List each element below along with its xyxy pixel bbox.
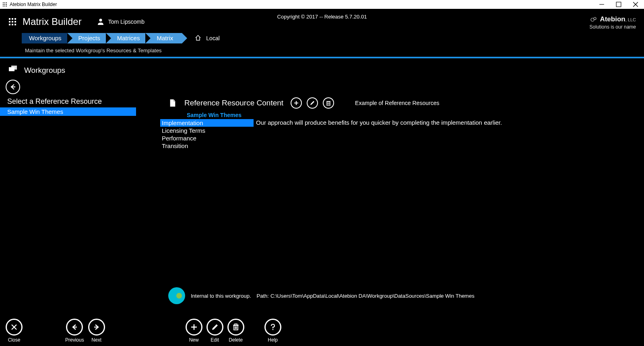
- svg-rect-13: [9, 18, 10, 20]
- back-button[interactable]: [6, 80, 20, 94]
- copyright-text: Copyright © 2017 -- Release 5.7.20.01: [277, 14, 367, 20]
- example-label: Example of Reference Resources: [355, 100, 439, 106]
- svg-rect-26: [11, 66, 17, 70]
- svg-rect-3: [3, 4, 4, 5]
- crumb-projects[interactable]: Projects: [67, 33, 109, 43]
- svg-rect-19: [9, 24, 10, 25]
- brand-logo: Atebion, LLC Solutions is our name: [590, 14, 636, 29]
- content-item[interactable]: Performance: [160, 134, 254, 142]
- window-maximize-button[interactable]: [616, 2, 621, 7]
- new-label: New: [189, 337, 199, 343]
- logo-name: Atebion: [600, 15, 625, 23]
- content-item-list: Implementation Licensing Terms Performan…: [160, 119, 254, 150]
- window-minimize-button[interactable]: [599, 2, 605, 7]
- crumb-matrices[interactable]: Matrices: [106, 33, 149, 43]
- delete-button[interactable]: Delete: [227, 319, 244, 343]
- content-subname: Sample Win Themes: [160, 111, 644, 119]
- crumb-matrix[interactable]: Matrix: [145, 33, 182, 43]
- svg-rect-18: [14, 21, 16, 23]
- previous-button[interactable]: Previous: [65, 319, 84, 343]
- content-detail-text: Our approach will produce benefits for y…: [256, 119, 644, 126]
- resource-list-panel: Select a Reference Resource Sample Win T…: [0, 97, 160, 150]
- previous-label: Previous: [65, 337, 84, 343]
- crumb-workgroups[interactable]: Workgroups: [22, 33, 70, 43]
- breadcrumb: Workgroups Projects Matrices Matrix Loca…: [0, 32, 644, 44]
- window-close-button[interactable]: [633, 2, 638, 7]
- edit-content-button[interactable]: [307, 97, 318, 109]
- section-title: Workgroups: [24, 66, 65, 75]
- user-icon: [97, 18, 104, 26]
- content-title: Reference Resource Content: [184, 99, 283, 107]
- crumb-label: Matrix: [157, 35, 173, 41]
- svg-rect-14: [12, 18, 13, 20]
- window-titlebar: Atebion Matrix Builder: [0, 0, 644, 9]
- close-button[interactable]: Close: [6, 319, 23, 343]
- svg-point-22: [99, 19, 102, 21]
- app-icon: [2, 2, 7, 7]
- crumb-label: Workgroups: [29, 35, 62, 41]
- delete-content-button[interactable]: [323, 97, 334, 109]
- resource-list-item[interactable]: Sample Win Themes: [0, 107, 136, 116]
- next-label: Next: [91, 337, 101, 343]
- content-item-label: Transition: [162, 142, 188, 149]
- user-block: Tom Lipscomb: [97, 18, 144, 26]
- content-item-label: Implementation: [162, 119, 203, 126]
- resource-list-title: Select a Reference Resource: [7, 97, 160, 106]
- svg-rect-15: [14, 18, 16, 20]
- gear-icon: [590, 16, 597, 24]
- close-icon: [6, 319, 23, 336]
- svg-rect-6: [3, 6, 4, 6]
- status-path-label: Path:: [257, 293, 269, 299]
- svg-rect-17: [12, 21, 13, 23]
- svg-rect-16: [9, 21, 10, 23]
- subhead-text: Maintain the selected Workgroup's Resour…: [0, 44, 644, 57]
- menu-grid-icon[interactable]: [8, 17, 17, 26]
- user-name: Tom Lipscomb: [108, 19, 144, 25]
- svg-rect-2: [6, 2, 7, 3]
- svg-rect-8: [6, 6, 7, 6]
- crumb-label: Matrices: [117, 35, 140, 41]
- content-detail-panel: Our approach will produce benefits for y…: [254, 119, 644, 150]
- svg-rect-20: [12, 24, 13, 25]
- window-title: Atebion Matrix Builder: [10, 2, 57, 7]
- content-item[interactable]: Transition: [160, 142, 254, 150]
- content-item-label: Performance: [162, 135, 196, 142]
- add-content-button[interactable]: [291, 97, 302, 109]
- storage-location: Local: [195, 35, 219, 42]
- edit-button[interactable]: Edit: [206, 319, 223, 343]
- svg-point-24: [594, 17, 596, 20]
- internal-toggle[interactable]: [168, 287, 185, 304]
- help-label: Help: [268, 337, 278, 343]
- crumb-label: Projects: [78, 35, 100, 41]
- content-item[interactable]: Licensing Terms: [160, 127, 254, 134]
- app-header: Matrix Builder Tom Lipscomb Copyright © …: [0, 9, 644, 32]
- status-path: C:\Users\Tom\AppData\Local\Atebion DA\Wo…: [270, 293, 475, 299]
- content-item-label: Licensing Terms: [162, 127, 205, 134]
- storage-label: Local: [206, 35, 219, 41]
- svg-rect-1: [4, 2, 5, 3]
- svg-rect-0: [3, 2, 4, 3]
- svg-rect-46: [235, 324, 237, 325]
- document-icon: [168, 99, 177, 107]
- bottom-toolbar: Close Previous Next New Edit Delete Help: [0, 319, 644, 343]
- app-title: Matrix Builder: [23, 16, 82, 27]
- close-label: Close: [8, 337, 21, 343]
- new-button[interactable]: New: [186, 319, 202, 343]
- workgroups-icon: [9, 66, 18, 75]
- content-item[interactable]: Implementation: [160, 119, 254, 127]
- next-button[interactable]: Next: [88, 319, 105, 343]
- svg-point-47: [272, 329, 273, 330]
- svg-rect-10: [616, 2, 621, 7]
- svg-rect-5: [6, 4, 7, 5]
- logo-tagline: Solutions is our name: [590, 24, 636, 30]
- help-button[interactable]: Help: [264, 319, 281, 343]
- svg-rect-4: [4, 4, 5, 5]
- home-icon: [195, 35, 201, 42]
- plus-icon: [186, 319, 202, 336]
- section-header: Workgroups: [0, 58, 644, 77]
- content-header-row: Reference Resource Content Example of Re…: [168, 97, 644, 109]
- edit-label: Edit: [211, 337, 219, 343]
- trash-icon: [227, 319, 244, 336]
- arrow-left-icon: [66, 319, 83, 336]
- status-internal-text: Internal to this workgroup.: [191, 293, 251, 299]
